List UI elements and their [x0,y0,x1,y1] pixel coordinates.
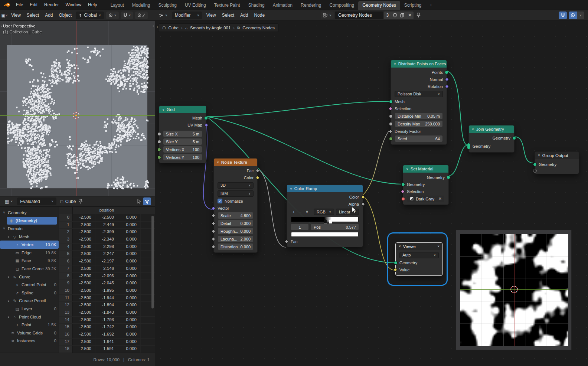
tree-item-geometry[interactable]: ∨Geometry [0,209,59,217]
menu-help[interactable]: Help [85,0,101,10]
node-color-ramp-header[interactable]: ∨Color Ramp [287,185,363,192]
viewport-canvas[interactable] [0,21,155,196]
viewport-menu-object[interactable]: Object [56,13,75,18]
menu-edit[interactable]: Edit [26,0,41,10]
viewport-expand-left-arrow[interactable]: › [1,24,2,28]
table-row[interactable]: 1-2.500-2.4490.000 [59,222,155,229]
tree-chevron-icon[interactable]: ∨ [2,211,6,214]
tab-geometry-nodes[interactable]: Geometry Nodes [358,1,400,10]
pin-button[interactable] [416,13,421,18]
table-row[interactable]: 6-2.500-2.1970.000 [59,258,155,265]
collapse-chevron-icon[interactable]: ∨ [290,187,292,190]
tree-item-layer[interactable]: ▤Layer0 [0,305,59,313]
table-row[interactable]: 11-2.500-1.9440.000 [59,295,155,302]
tree-item-control-point[interactable]: ○Control Point0 [0,281,59,289]
menu-render[interactable]: Render [41,0,62,10]
collapse-chevron-icon[interactable]: ∨ [399,245,401,248]
socket-density-max-input[interactable] [389,122,393,126]
socket-geometry-input[interactable] [533,163,537,166]
tree-chevron-icon[interactable]: ∨ [7,235,10,238]
stop-index-field[interactable]: 1 [291,224,308,230]
pivot-point-button[interactable]: ∨ [106,12,119,19]
socket-distance-min-input[interactable] [389,114,393,118]
tree-item--geometry-[interactable]: ◉(Geometry) [7,217,57,225]
distortion-field[interactable]: Distortion0.000 [218,244,253,250]
tree-chevron-icon[interactable]: ∨ [7,299,10,303]
node-menu-view[interactable]: View [203,13,219,18]
node-distribute-points[interactable]: ∨Distribute Points on Faces Points Norma… [391,60,447,145]
table-row[interactable]: 18-2.500-1.5910.000 [59,346,155,353]
table-row[interactable]: 5-2.500-2.2470.000 [59,251,155,258]
tab-modeling[interactable]: Modeling [128,1,154,10]
editor-type-icon[interactable]: ▣∨ [1,12,8,19]
spreadsheet-pin-button[interactable] [79,199,83,204]
viewer-options-chevron-icon[interactable]: ∨ [437,245,440,248]
overlays-dropdown-button[interactable]: ∨ [577,12,584,19]
normalize-checkbox[interactable]: ✓ [218,199,222,203]
editor-type-dropdown[interactable]: ∨ [156,12,170,19]
add-workspace-button[interactable]: + [426,1,437,10]
table-row[interactable]: 2-2.500-2.3990.000 [59,229,155,236]
viewport-expand-right-arrow[interactable]: ‹ [153,24,154,28]
add-stop-button[interactable]: + [291,209,297,215]
node-tree-name-field[interactable]: Geometry Nodes [335,12,383,19]
tree-item-spline[interactable]: ↗Spline0 [0,289,59,297]
table-row[interactable]: 9-2.500-2.0450.000 [59,280,155,287]
collapse-chevron-icon[interactable]: ∨ [217,161,219,164]
table-row[interactable]: 0-2.500-2.5000.000 [59,214,155,222]
table-row[interactable]: 14-2.500-1.7930.000 [59,317,155,324]
tree-chevron-icon[interactable]: ∨ [7,275,10,278]
overlays-toggle-button[interactable] [569,12,577,19]
viewport-3d[interactable]: User Perspective (1) Collection | Cube ›… [0,21,155,196]
table-row[interactable]: 4-2.500-2.2980.000 [59,244,155,251]
node-noise-texture[interactable]: ∨Noise Texture Fac Color 3D∨ fBM∨ ✓Norma… [213,158,258,253]
material-field[interactable]: Dark Gray ✕ [407,196,444,202]
collapse-chevron-icon[interactable]: ∨ [162,108,164,111]
node-editor[interactable]: ‹ ▢ Cube › ∴ Smooth by Angle.001 › ⧉ Geo… [155,21,588,366]
color-ramp-gradient[interactable] [291,217,359,222]
tab-layout[interactable]: Layout [107,1,128,10]
viewport-menu-view[interactable]: View [8,13,24,18]
tab-shading[interactable]: Shading [244,1,269,10]
node-tree-mode-dropdown[interactable]: Modifier∨ [172,12,202,19]
menu-window[interactable]: Window [62,0,85,10]
snapping-buttons[interactable]: ∨ [121,12,133,19]
row-filter-button[interactable] [143,197,151,205]
socket-geometry-output[interactable] [512,136,516,140]
tree-item-curve[interactable]: ∨∿Curve [0,273,59,281]
node-noise-header[interactable]: ∨Noise Texture [214,159,257,166]
tab-animation[interactable]: Animation [269,1,297,10]
node-group-output[interactable]: ∨Group Output Geometry [535,151,579,174]
tree-item-point-cloud[interactable]: ∨∴Point Cloud [0,313,59,321]
tab-compositing[interactable]: Compositing [325,1,358,10]
stop-position-field[interactable]: Pos0.577 [311,224,359,230]
tree-item-grease-pencil[interactable]: ∨✎Grease Pencil [0,297,59,305]
node-viewer[interactable]: ∨Viewer ∨ Auto∨ Geometry Value [395,242,443,276]
socket-vertices-y-input[interactable] [157,156,161,159]
size-y-field[interactable]: Size Y5 m [163,138,202,145]
collapse-chevron-icon[interactable]: ∨ [472,128,474,131]
table-row[interactable]: 8-2.500-2.0960.000 [59,273,155,280]
tree-chevron-icon[interactable]: ∨ [2,227,6,230]
tree-item-instances[interactable]: ∗Instances0 [0,337,59,345]
spreadsheet-editor-type-dropdown[interactable]: ▦∨ [3,197,15,205]
users-count-button[interactable]: 3 [384,12,391,19]
vertices-y-field[interactable]: Vertices Y100 [163,154,202,160]
node-set-material[interactable]: ∨Set Material Geometry Geometry Selectio… [403,165,449,205]
tree-item-vertex[interactable]: ▫Vertex10.0K [0,241,59,249]
dataset-dropdown[interactable]: Evaluated∨ [17,197,56,205]
tree-item-domain[interactable]: ∨Domain [0,225,59,233]
size-x-field[interactable]: Size X5 m [163,131,202,137]
socket-geometry-input[interactable] [401,183,405,186]
socket-mesh-output[interactable] [204,116,208,120]
tree-item-volume-grids[interactable]: ≋Volume Grids0 [0,329,59,337]
table-row[interactable]: 3-2.500-2.3480.000 [59,236,155,244]
fake-user-shield-button[interactable] [391,12,399,19]
viewer-domain-dropdown[interactable]: Auto∨ [399,252,439,258]
material-unlink-icon[interactable]: ✕ [438,196,442,201]
tree-item-face[interactable]: ▦Face9.8K [0,257,59,265]
new-copy-button[interactable] [399,12,406,19]
column-position[interactable]: position [73,207,141,214]
node-grid-header[interactable]: ∨Grid [159,106,206,113]
scale-field[interactable]: Scale4.800 [218,212,253,219]
